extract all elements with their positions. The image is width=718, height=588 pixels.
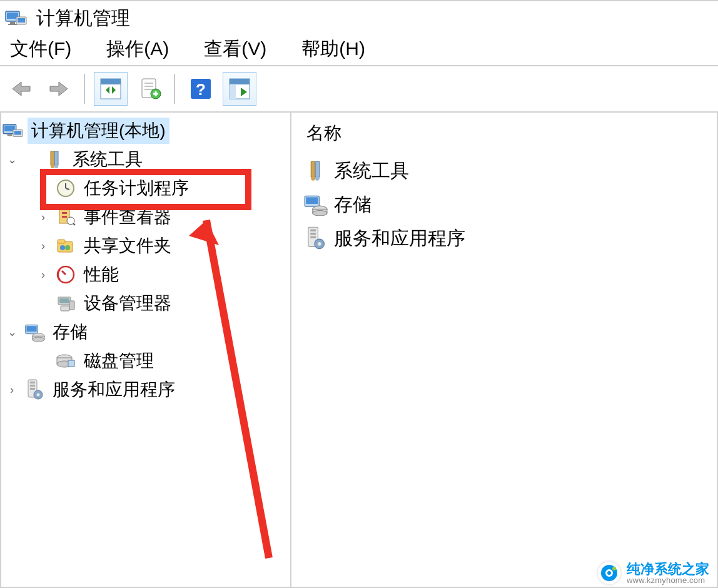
- panel-nav-button[interactable]: [94, 72, 128, 106]
- storage-icon: [303, 192, 328, 217]
- app-icon: [4, 7, 29, 29]
- menu-action[interactable]: 操作(A): [106, 36, 169, 62]
- tree-storage-label: 存储: [49, 319, 91, 345]
- tools-icon: [44, 149, 65, 170]
- expand-toggle[interactable]: ⌄: [4, 325, 20, 339]
- svg-rect-76: [310, 236, 316, 238]
- svg-line-39: [73, 223, 75, 225]
- svg-point-78: [318, 242, 321, 246]
- list-item-label: 存储: [334, 192, 372, 218]
- svg-rect-7: [101, 79, 121, 84]
- menu-help[interactable]: 帮助(H): [301, 36, 365, 62]
- watermark-logo-icon: [598, 562, 620, 584]
- svg-rect-46: [59, 298, 69, 303]
- tree-pane: 计算机管理(本地) ⌄ 系统工具 ›: [0, 113, 291, 588]
- show-panes-button[interactable]: [223, 72, 256, 106]
- svg-point-72: [313, 210, 327, 215]
- svg-point-31: [54, 165, 58, 168]
- svg-rect-36: [62, 212, 67, 214]
- device-manager-icon: [55, 293, 76, 314]
- storage-icon: [24, 322, 45, 343]
- help-button[interactable]: ?: [184, 72, 218, 106]
- svg-rect-61: [30, 388, 35, 390]
- list-pane: 名称 系统工具: [291, 113, 718, 588]
- services-apps-icon: [303, 226, 328, 251]
- expand-toggle[interactable]: ›: [35, 211, 51, 224]
- svg-rect-69: [306, 197, 318, 204]
- svg-point-53: [32, 337, 44, 342]
- back-button[interactable]: [4, 72, 38, 106]
- svg-rect-65: [315, 161, 320, 177]
- expand-toggle[interactable]: ›: [35, 268, 51, 281]
- svg-rect-27: [14, 131, 21, 135]
- tree-task-scheduler[interactable]: › 任务计划程序: [1, 174, 290, 203]
- svg-rect-47: [61, 306, 69, 311]
- watermark: 纯净系统之家 www.kzmyhome.com: [598, 562, 709, 584]
- svg-rect-5: [18, 18, 25, 23]
- forward-button[interactable]: [43, 72, 76, 106]
- menu-file[interactable]: 文件(F): [10, 36, 71, 62]
- menu-bar: 文件(F) 操作(A) 查看(V) 帮助(H): [0, 33, 718, 66]
- computer-mgmt-icon: [3, 120, 24, 141]
- tree-event-viewer[interactable]: › 事件查看器: [1, 203, 290, 231]
- tree-system-tools[interactable]: ⌄ 系统工具: [1, 145, 290, 174]
- tree-system-tools-label: 系统工具: [69, 146, 146, 173]
- svg-point-63: [37, 393, 40, 397]
- tree-disk-mgmt[interactable]: 磁盘管理: [1, 347, 290, 375]
- tree-shared-folders-label: 共享文件夹: [80, 233, 175, 259]
- svg-rect-21: [230, 85, 236, 99]
- menu-view[interactable]: 查看(V): [204, 36, 266, 62]
- tree-storage[interactable]: ⌄ 存储: [1, 318, 290, 347]
- svg-text:?: ?: [196, 80, 206, 99]
- tree-device-manager-label: 设备管理器: [80, 290, 175, 317]
- event-viewer-icon: [55, 206, 76, 228]
- svg-point-43: [65, 245, 70, 250]
- tree-shared-folders[interactable]: › 共享文件夹: [1, 231, 290, 260]
- tree-task-scheduler-label: 任务计划程序: [80, 175, 193, 201]
- tree-root[interactable]: 计算机管理(本地): [1, 116, 290, 145]
- properties-button[interactable]: [133, 72, 166, 106]
- list-item[interactable]: 系统工具: [303, 154, 705, 188]
- svg-rect-74: [310, 230, 316, 231]
- tools-icon: [303, 158, 328, 183]
- tree-services-apps-label: 服务和应用程序: [49, 377, 179, 403]
- list-item[interactable]: 服务和应用程序: [303, 221, 705, 255]
- toolbar-separator: [174, 74, 176, 104]
- toolbar-separator: [84, 74, 86, 104]
- expand-toggle[interactable]: ›: [35, 182, 51, 195]
- svg-rect-3: [8, 24, 17, 25]
- svg-point-67: [315, 176, 320, 181]
- shared-folders-icon: [55, 235, 76, 256]
- list-item-label: 服务和应用程序: [334, 226, 465, 251]
- tree-device-manager[interactable]: 设备管理器: [1, 289, 290, 318]
- performance-icon: [55, 264, 76, 285]
- svg-rect-50: [26, 326, 36, 332]
- svg-rect-29: [54, 151, 58, 165]
- list-item-label: 系统工具: [334, 158, 409, 184]
- svg-point-84: [612, 567, 616, 570]
- clock-icon: [55, 178, 76, 199]
- window-title: 计算机管理: [36, 6, 130, 31]
- svg-rect-20: [230, 79, 250, 84]
- tree-root-label: 计算机管理(本地): [28, 118, 169, 144]
- tree-event-viewer-label: 事件查看器: [80, 204, 175, 230]
- toolbar: ?: [0, 66, 718, 113]
- list-item[interactable]: 存储: [303, 188, 705, 221]
- svg-rect-25: [8, 134, 13, 136]
- svg-rect-28: [51, 151, 54, 165]
- svg-rect-59: [30, 382, 35, 383]
- list-column-name[interactable]: 名称: [303, 119, 705, 154]
- svg-rect-60: [30, 385, 35, 387]
- expand-toggle[interactable]: ›: [4, 383, 20, 397]
- expand-toggle[interactable]: ⌄: [4, 153, 20, 166]
- svg-point-30: [51, 165, 54, 168]
- svg-rect-41: [58, 240, 65, 243]
- svg-rect-37: [62, 216, 67, 218]
- svg-rect-64: [311, 161, 315, 177]
- tree-performance[interactable]: › 性能: [1, 260, 290, 289]
- expand-toggle[interactable]: ›: [35, 240, 51, 253]
- svg-rect-48: [69, 301, 74, 310]
- svg-rect-57: [68, 360, 74, 367]
- watermark-url: www.kzmyhome.com: [627, 576, 705, 584]
- tree-services-apps[interactable]: › 服务和应用程序: [1, 375, 290, 404]
